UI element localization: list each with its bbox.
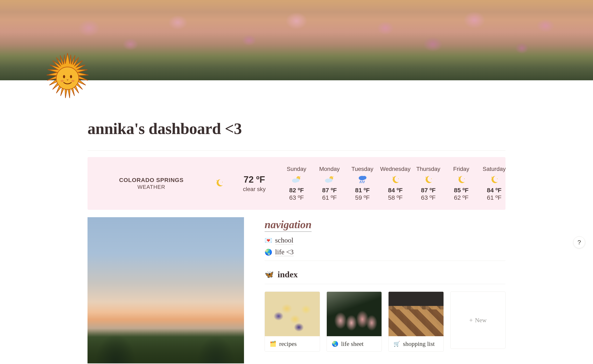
card-icon: 🌏 [332, 341, 338, 347]
svg-point-3 [60, 80, 64, 82]
svg-line-17 [360, 181, 360, 183]
weather-day-name: Sunday [281, 166, 312, 172]
weather-widget: COLORADO SPRINGS WEATHER 72 ºF clear sky… [87, 157, 506, 210]
nav-link-icon: 🌏 [265, 248, 272, 256]
svg-point-10 [300, 176, 301, 177]
weather-day-icon [413, 174, 444, 185]
weather-day: Monday87 ºF61 ºF [314, 166, 345, 201]
weather-day-low: 59 ºF [347, 194, 378, 201]
svg-point-14 [333, 176, 333, 177]
nav-link[interactable]: 🌏life <3 [265, 248, 506, 256]
weather-day-high: 84 ºF [380, 187, 411, 194]
gallery-card[interactable]: 🗂️recipes [265, 292, 320, 352]
divider [265, 284, 506, 284]
svg-point-27 [497, 178, 498, 179]
card-title: life sheet [341, 340, 364, 347]
gallery-card[interactable]: 🌏life sheet [326, 292, 382, 352]
weather-day: Thursday87 ºF63 ºF [413, 166, 444, 201]
svg-point-26 [491, 177, 492, 178]
plus-icon: + [469, 316, 473, 324]
sun-icon [41, 52, 94, 105]
weather-day-name: Wednesday [380, 166, 411, 172]
page-title[interactable]: annika's dashboard <3 [87, 119, 506, 138]
card-cover-image [265, 292, 320, 336]
weather-day-high: 87 ºF [413, 187, 444, 194]
weather-day-icon [479, 174, 510, 185]
weather-day: Wednesday84 ºF58 ºF [380, 166, 411, 201]
svg-line-18 [362, 181, 362, 183]
svg-point-16 [362, 176, 366, 180]
weather-day: Friday85 ºF62 ºF [446, 166, 477, 201]
weather-day-name: Tuesday [347, 166, 378, 172]
svg-point-4 [71, 80, 75, 82]
svg-point-5 [217, 180, 217, 181]
weather-day-icon [347, 174, 378, 185]
nav-link[interactable]: 💌school [265, 236, 506, 244]
weather-day-name: Friday [446, 166, 477, 172]
weather-day-low: 62 ºF [446, 194, 477, 201]
divider [87, 150, 506, 150]
weather-day: Saturday84 ºF61 ºF [479, 166, 510, 201]
weather-day-high: 82 ºF [281, 187, 312, 194]
nav-link-label: school [275, 236, 293, 244]
weather-now-temp: 72 ºF [234, 174, 275, 185]
page-icon-sun[interactable] [41, 52, 94, 105]
svg-point-13 [328, 178, 332, 182]
nav-link-icon: 💌 [265, 237, 272, 244]
weather-day-name: Saturday [479, 166, 510, 172]
index-heading-text: index [278, 269, 298, 280]
card-icon: 🗂️ [270, 341, 276, 347]
gallery-card[interactable]: 🛒shopping list [388, 292, 444, 352]
divider [265, 261, 506, 261]
weather-day-icon [446, 174, 477, 185]
svg-point-22 [426, 177, 426, 178]
svg-point-20 [393, 177, 393, 178]
help-button[interactable]: ? [573, 236, 585, 248]
svg-point-9 [295, 178, 300, 182]
weather-day-low: 63 ºF [413, 194, 444, 201]
svg-point-21 [398, 178, 399, 179]
svg-point-6 [222, 182, 223, 182]
svg-point-2 [70, 75, 72, 78]
weather-day-low: 61 ºF [479, 194, 510, 201]
card-icon: 🛒 [393, 341, 400, 347]
weather-day: Tuesday81 ºF59 ºF [347, 166, 378, 201]
card-title: shopping list [403, 340, 435, 347]
weather-day-low: 61 ºF [314, 194, 345, 201]
weather-forecast: Sunday82 ºF63 ºFMonday87 ºF61 ºFTuesday8… [281, 166, 510, 201]
index-heading[interactable]: 🦋 index [265, 269, 506, 280]
index-gallery: 🗂️recipes🌏life sheet🛒shopping list+New [265, 292, 506, 352]
weather-day-name: Thursday [413, 166, 444, 172]
weather-day-high: 84 ºF [479, 187, 510, 194]
weather-now-condition: clear sky [234, 186, 275, 193]
butterfly-icon: 🦋 [265, 270, 274, 279]
svg-point-0 [56, 67, 79, 89]
side-image-sunset [87, 217, 244, 363]
weather-day-icon [314, 174, 345, 185]
weather-day-high: 81 ºF [347, 187, 378, 194]
weather-day-high: 87 ºF [314, 187, 345, 194]
weather-day-icon [281, 174, 312, 185]
weather-location: COLORADO SPRINGS WEATHER [98, 177, 205, 190]
new-card-button[interactable]: +New [450, 292, 506, 349]
card-title: recipes [279, 340, 297, 347]
svg-point-25 [464, 178, 465, 179]
weather-day-name: Monday [314, 166, 345, 172]
weather-day-low: 58 ºF [380, 194, 411, 201]
svg-point-24 [459, 177, 459, 178]
new-card-label: New [475, 317, 487, 324]
card-cover-image [389, 292, 443, 336]
weather-day-low: 63 ºF [281, 194, 312, 201]
svg-line-19 [364, 181, 364, 183]
weather-label: WEATHER [98, 184, 205, 190]
weather-city: COLORADO SPRINGS [98, 177, 205, 183]
weather-now: 72 ºF clear sky [234, 174, 275, 193]
svg-point-23 [431, 178, 432, 179]
weather-day: Sunday82 ºF63 ºF [281, 166, 312, 201]
weather-now-icon [211, 177, 228, 190]
weather-day-icon [380, 174, 411, 185]
card-cover-image [327, 292, 382, 336]
nav-link-label: life <3 [275, 248, 294, 256]
weather-day-high: 85 ºF [446, 187, 477, 194]
navigation-heading: navigation [265, 218, 312, 232]
